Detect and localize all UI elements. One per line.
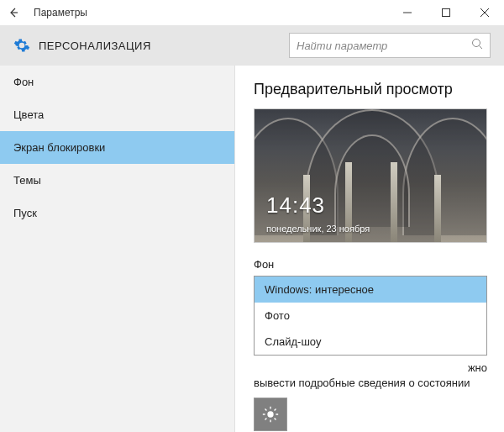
background-label: Фон	[254, 258, 486, 271]
sidebar-item-themes[interactable]: Темы	[0, 164, 234, 197]
dropdown-option-photo[interactable]: Фото	[255, 303, 486, 329]
back-button[interactable]	[0, 0, 27, 25]
lockscreen-preview: 14:43 понедельник, 23 ноября	[254, 108, 487, 243]
maximize-icon	[442, 8, 450, 17]
minimize-icon	[403, 8, 412, 17]
close-button[interactable]	[465, 0, 504, 25]
titlebar: Параметры	[0, 0, 504, 25]
search-icon	[471, 38, 483, 53]
status-text-line: вывести подробные сведения о состоянии	[254, 376, 487, 391]
sidebar-item-colors[interactable]: Цвета	[0, 98, 234, 131]
sidebar-item-lockscreen[interactable]: Экран блокировки	[0, 131, 234, 164]
brightness-icon	[261, 405, 280, 424]
page-title: ПЕРСОНАЛИЗАЦИЯ	[39, 40, 289, 52]
dropdown-option-slideshow[interactable]: Слайд-шоу	[255, 329, 486, 355]
content: Предварительный просмотр 14:43 понедельн…	[235, 66, 504, 432]
window-title: Параметры	[34, 7, 388, 18]
svg-rect-0	[443, 9, 450, 17]
maximize-button[interactable]	[427, 0, 465, 25]
svg-point-1	[473, 40, 480, 47]
arrow-left-icon	[8, 7, 19, 18]
sidebar-item-start[interactable]: Пуск	[0, 197, 234, 229]
minimize-button[interactable]	[388, 0, 427, 25]
gear-icon	[13, 37, 30, 54]
status-text-partial-right: жно	[254, 361, 487, 376]
detailed-status-app-button[interactable]	[254, 398, 287, 431]
main: Фон Цвета Экран блокировки Темы Пуск Пре…	[0, 66, 504, 432]
background-dropdown[interactable]: Windows: интересное Фото Слайд-шоу	[254, 276, 487, 356]
search-box[interactable]	[289, 33, 491, 58]
sidebar: Фон Цвета Экран блокировки Темы Пуск	[0, 66, 235, 432]
header: ПЕРСОНАЛИЗАЦИЯ	[0, 25, 504, 66]
dropdown-option-spotlight[interactable]: Windows: интересное	[255, 277, 486, 303]
preview-time: 14:43	[266, 192, 325, 219]
search-input[interactable]	[297, 40, 471, 52]
preview-heading: Предварительный просмотр	[254, 81, 486, 98]
window-buttons	[388, 0, 504, 25]
svg-point-2	[267, 412, 273, 418]
close-icon	[480, 8, 489, 17]
preview-image	[255, 109, 486, 242]
sidebar-item-background[interactable]: Фон	[0, 66, 234, 98]
preview-date: понедельник, 23 ноября	[266, 224, 370, 234]
